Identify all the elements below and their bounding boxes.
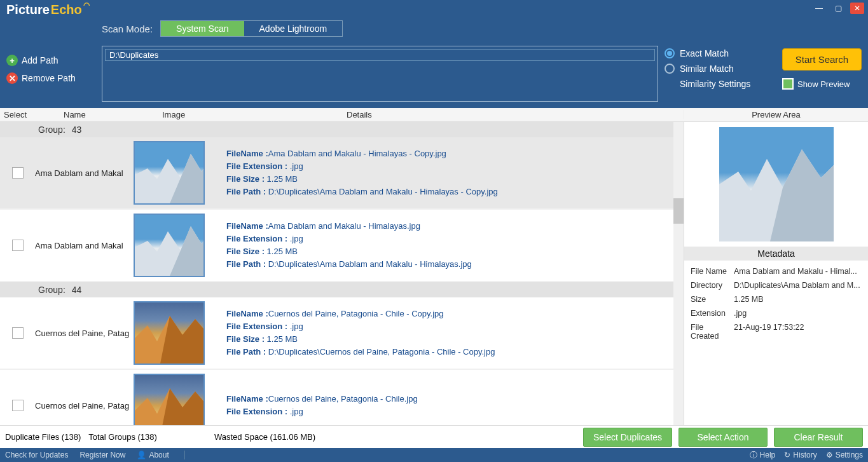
settings-link[interactable]: ⚙Settings (826, 450, 863, 461)
scroll-thumb[interactable] (673, 198, 684, 224)
row-checkbox[interactable] (12, 240, 24, 251)
meta-key: File Created (691, 323, 734, 341)
metadata-header: Metadata (684, 247, 868, 261)
thumbnail-image[interactable] (134, 141, 205, 205)
add-path-label: Add Path (22, 55, 59, 65)
plus-icon: + (6, 55, 18, 66)
radio-similar-match[interactable]: Similar Match (665, 64, 776, 74)
wifi-icon: ◠ (83, 1, 90, 10)
radio-exact-match[interactable]: Exact Match (665, 48, 776, 58)
similar-match-label: Similar Match (680, 64, 734, 74)
similarity-settings-link[interactable]: Similarity Settings (665, 79, 776, 89)
row-checkbox[interactable] (12, 400, 24, 411)
result-row[interactable]: Cuernos del Paine, PatagFileName :Cuerno… (0, 297, 684, 370)
result-row[interactable]: Ama Dablam and MakalFileName :Ama Dablam… (0, 210, 684, 282)
col-image[interactable]: Image (134, 110, 223, 119)
remove-path-button[interactable]: ✕ Remove Path (6, 72, 95, 84)
gear-icon: ⚙ (826, 451, 833, 459)
info-icon: ⓘ (750, 450, 757, 461)
register-now-link[interactable]: Register Now (79, 451, 125, 459)
help-link[interactable]: ⓘHelp (750, 450, 776, 461)
similarity-settings-label: Similarity Settings (680, 79, 750, 89)
clear-result-button[interactable]: Clear Result (774, 428, 863, 447)
stat-wasted-space: Wasted Space (161.06 MB) (214, 432, 315, 442)
column-headers: Select Name Image Details Preview Area (0, 108, 868, 122)
col-name[interactable]: Name (35, 110, 134, 119)
file-details: FileName :Cuernos del Paine, Patagonia -… (223, 393, 684, 418)
results-list[interactable]: Group: 43Ama Dablam and MakalFileName :A… (0, 122, 684, 425)
col-preview: Preview Area (684, 110, 868, 119)
meta-value: 21-Aug-19 17:53:22 (734, 323, 862, 341)
history-link[interactable]: ↻History (784, 450, 816, 461)
logo-text-1: Picture (6, 3, 50, 17)
col-select[interactable]: Select (0, 110, 35, 119)
meta-value: Ama Dablam and Makalu - Himal... (734, 267, 862, 276)
svg-marker-7 (160, 388, 205, 425)
metadata-row: File NameAma Dablam and Makalu - Himal..… (691, 264, 862, 278)
row-checkbox[interactable] (12, 327, 24, 339)
app-logo: PictureEcho◠ (6, 3, 90, 17)
radio-icon (665, 64, 675, 74)
metadata-row: Size1.25 MB (691, 292, 862, 306)
path-list[interactable]: D:\Duplicates (102, 46, 658, 102)
thumbnail-image[interactable] (134, 301, 205, 365)
close-button[interactable]: ✕ (850, 3, 864, 14)
meta-value: D:\Duplicates\Ama Dablam and M... (734, 281, 862, 290)
metadata-row: File Created21-Aug-19 17:53:22 (691, 320, 862, 343)
group-header: Group: 43 (0, 122, 684, 137)
path-entry[interactable]: D:\Duplicates (105, 49, 655, 61)
group-header: Group: 44 (0, 282, 684, 297)
meta-key: Size (691, 295, 734, 304)
metadata-row: DirectoryD:\Duplicates\Ama Dablam and M.… (691, 278, 862, 292)
logo-text-2: Echo (51, 3, 82, 17)
x-icon: ✕ (6, 72, 18, 84)
meta-key: Directory (691, 281, 734, 290)
preview-image (719, 127, 834, 241)
maximize-button[interactable]: ▢ (831, 3, 845, 14)
preview-panel: Metadata File NameAma Dablam and Makalu … (684, 122, 868, 425)
radio-icon (665, 48, 675, 58)
statusbar: Check for Updates Register Now 👤 About ⓘ… (0, 448, 868, 462)
action-bar: Duplicate Files (138) Total Groups (138)… (0, 425, 868, 448)
header-panel: + Add Path ✕ Remove Path Scan Mode: Syst… (0, 17, 868, 108)
file-details: FileName :Ama Dablam and Makalu - Himala… (223, 147, 684, 199)
result-row[interactable]: Cuernos del Paine, PatagFileName :Cuerno… (0, 370, 684, 425)
select-action-button[interactable]: Select Action (679, 428, 768, 447)
metadata-row: Extension.jpg (691, 306, 862, 320)
file-name-cell: Cuernos del Paine, Patag (35, 401, 134, 411)
show-preview-toggle[interactable]: Show Preview (782, 78, 862, 90)
tab-system-scan[interactable]: System Scan (161, 21, 244, 36)
thumbnail-image[interactable] (134, 214, 205, 277)
start-search-button[interactable]: Start Search (782, 48, 862, 71)
meta-key: Extension (691, 309, 734, 318)
file-name-cell: Cuernos del Paine, Patag (35, 329, 134, 338)
file-details: FileName :Cuernos del Paine, Patagonia -… (223, 308, 684, 359)
col-details[interactable]: Details (223, 110, 684, 119)
checkbox-icon (782, 78, 794, 90)
metadata-table: File NameAma Dablam and Makalu - Himal..… (684, 261, 868, 347)
add-path-button[interactable]: + Add Path (6, 55, 95, 66)
file-name-cell: Ama Dablam and Makal (35, 241, 134, 250)
show-preview-label: Show Preview (797, 79, 850, 89)
exact-match-label: Exact Match (680, 48, 729, 58)
meta-value: .jpg (734, 309, 862, 318)
select-duplicates-button[interactable]: Select Duplicates (583, 428, 672, 447)
meta-key: File Name (691, 267, 734, 276)
minimize-button[interactable]: — (812, 3, 826, 14)
history-icon: ↻ (784, 451, 790, 459)
person-icon: 👤 (137, 451, 146, 459)
meta-value: 1.25 MB (734, 295, 862, 304)
check-updates-link[interactable]: Check for Updates (5, 451, 68, 459)
scrollbar[interactable] (673, 122, 684, 425)
file-name-cell: Ama Dablam and Makal (35, 168, 134, 178)
titlebar: PictureEcho◠ — ▢ ✕ (0, 0, 868, 17)
file-details: FileName :Ama Dablam and Makalu - Himala… (223, 220, 684, 271)
thumbnail-image[interactable] (134, 374, 205, 425)
result-row[interactable]: Ama Dablam and MakalFileName :Ama Dablam… (0, 137, 684, 210)
stat-total-groups: Total Groups (138) (88, 432, 157, 442)
scan-mode-tabs: System Scan Adobe Lightroom (160, 20, 343, 37)
remove-path-label: Remove Path (22, 73, 76, 83)
tab-adobe-lightroom[interactable]: Adobe Lightroom (244, 21, 343, 36)
about-link[interactable]: 👤 About (137, 451, 169, 459)
row-checkbox[interactable] (12, 167, 24, 179)
